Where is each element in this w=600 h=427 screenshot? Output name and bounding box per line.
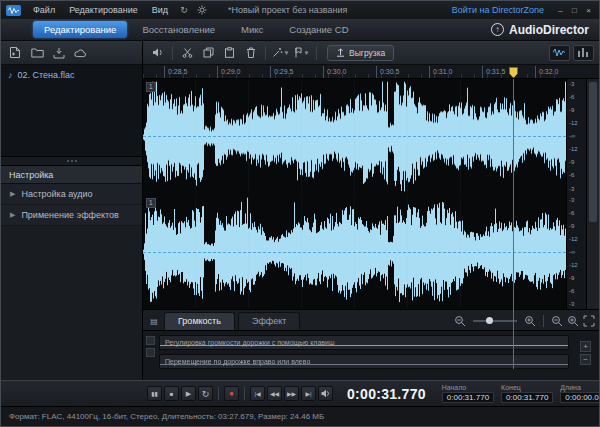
volume-strip[interactable]: Регулировка громкости дорожки с помощью … xyxy=(159,335,569,350)
section-audio-settings[interactable]: ▶ Настройка аудио xyxy=(1,184,142,205)
clip-number-badge: 1 xyxy=(146,82,156,92)
fit-to-window-icon[interactable] xyxy=(583,315,595,327)
section-label: Применение эффектов xyxy=(21,210,118,220)
end-field: Конец 0:00:31.770 xyxy=(501,384,553,403)
tab-mix[interactable]: Микс xyxy=(230,21,274,38)
zoom-controls xyxy=(454,315,595,327)
import-file-icon[interactable] xyxy=(6,44,24,62)
speaker-icon[interactable] xyxy=(318,386,333,401)
import-folder-icon[interactable] xyxy=(28,44,46,62)
start-field: Начало 0:00:31.770 xyxy=(442,384,494,403)
collapsed-arrow-icon: ▶ xyxy=(10,190,15,198)
download-sound-clip-icon[interactable] xyxy=(50,44,68,62)
refresh-icon[interactable]: ↻ xyxy=(177,3,191,17)
selection-fields: Начало 0:00:31.770 Конец 0:00:31.770 Дли… xyxy=(442,384,600,403)
list-item-audio-file[interactable]: ♪ 02. Стена.flac xyxy=(1,68,142,82)
toolbar-divider xyxy=(172,46,173,60)
spectral-view-toggle[interactable] xyxy=(573,45,594,61)
room-tabbar: Редактирование Восстановление Микс Созда… xyxy=(1,19,599,41)
menu-file[interactable]: Файл xyxy=(27,4,61,16)
length-value[interactable]: 0:00:00.000 xyxy=(560,392,600,403)
toolbar-divider xyxy=(265,46,266,60)
upload-button[interactable]: Выгрузка xyxy=(327,45,394,61)
transport-divider xyxy=(244,387,245,400)
time-tick: 0:31.0 xyxy=(429,66,452,78)
time-tick: 0:28.5 xyxy=(164,66,187,78)
section-label: Настройка аудио xyxy=(21,189,92,199)
delete-icon[interactable] xyxy=(241,44,260,62)
panel-menu-icon[interactable]: ▤ xyxy=(147,314,161,328)
vertical-scrollbar[interactable] xyxy=(586,79,599,309)
menu-view[interactable]: Вид xyxy=(146,4,174,16)
settings-gear-icon[interactable] xyxy=(195,3,209,17)
cloud-directorzone-icon[interactable] xyxy=(72,44,90,62)
maximize-button[interactable]: □ xyxy=(568,4,581,16)
go-to-start-button[interactable]: |◀ xyxy=(250,386,265,401)
bottom-panel-tabs: ▤ Громкость Эффект xyxy=(143,310,599,331)
project-title: *Новый проект без названия xyxy=(228,5,347,15)
panel-splitter[interactable] xyxy=(1,157,142,166)
close-button[interactable]: × xyxy=(582,4,595,16)
strip-minus-button[interactable]: − xyxy=(580,354,591,365)
marker-dropdown[interactable]: ▼ xyxy=(292,44,311,62)
waveform-zone: 1 1 -3-6-9-12-∞-12-9-6-3 -3-6-9-12-∞-12-… xyxy=(143,79,599,310)
scrollbar-thumb[interactable] xyxy=(589,82,597,222)
strip-plus-button[interactable]: + xyxy=(580,341,591,352)
go-to-end-button[interactable]: ▶| xyxy=(301,386,316,401)
vertical-zoom-in-icon[interactable] xyxy=(567,315,579,327)
directorzone-signin-link[interactable]: Войти на DirectorZone xyxy=(452,5,544,15)
menu-edit[interactable]: Редактирование xyxy=(63,4,144,16)
monitor-volume-icon[interactable] xyxy=(148,44,167,62)
end-value[interactable]: 0:00:31.770 xyxy=(501,392,553,403)
section-apply-effects[interactable]: ▶ Применение эффектов xyxy=(1,205,142,226)
pan-tool-icon[interactable] xyxy=(146,348,155,357)
loop-button[interactable]: ↻ xyxy=(198,386,213,401)
play-button[interactable]: ▶ xyxy=(181,386,196,401)
volume-keyframe-tool-icon[interactable] xyxy=(146,336,155,345)
zoom-slider-thumb[interactable] xyxy=(486,317,493,324)
start-value[interactable]: 0:00:31.770 xyxy=(442,392,494,403)
left-panel-filler xyxy=(1,226,142,380)
tab-effect[interactable]: Эффект xyxy=(238,312,300,330)
waveform-view-toggle[interactable] xyxy=(549,45,570,61)
paste-icon[interactable] xyxy=(220,44,239,62)
vertical-zoom-out-icon[interactable] xyxy=(551,315,563,327)
stop-button[interactable]: ■ xyxy=(164,386,179,401)
tab-create-cd[interactable]: Создание CD xyxy=(278,21,359,38)
music-note-icon: ♪ xyxy=(8,70,13,80)
zoom-slider[interactable] xyxy=(473,320,517,322)
zoom-in-icon[interactable] xyxy=(524,315,536,327)
brand-icon: ↑ xyxy=(491,23,504,36)
time-tick: 0:31.5 xyxy=(482,66,505,78)
timeline-ruler[interactable]: 0:28.5 0:29.0 0:29.5 0:30.0 0:30.5 0:31.… xyxy=(143,65,599,79)
forward-button[interactable]: ▶▶ xyxy=(284,386,299,401)
magic-wand-dropdown[interactable]: ▼ xyxy=(271,44,290,62)
waveform-display[interactable]: 1 1 xyxy=(143,79,566,309)
copy-icon[interactable] xyxy=(199,44,218,62)
zoom-out-icon[interactable] xyxy=(454,315,466,327)
tab-volume[interactable]: Громкость xyxy=(164,312,235,330)
db-scale: -3-6-9-12-∞-12-9-6-3 -3-6-9-12-∞-12-9-6-… xyxy=(566,79,586,309)
tab-restore[interactable]: Восстановление xyxy=(131,21,226,38)
pan-strip[interactable]: Перемещение по дорожке вправо или влево xyxy=(159,354,569,369)
waveform-channel-left[interactable]: 1 xyxy=(143,80,566,193)
minimize-button[interactable]: – xyxy=(554,4,567,16)
audiodirector-window: Файл Редактирование Вид ↻ *Новый проект … xyxy=(0,0,600,427)
titlebar: Файл Редактирование Вид ↻ *Новый проект … xyxy=(1,1,599,19)
cut-icon[interactable] xyxy=(178,44,197,62)
main-area: ♪ 02. Стена.flac Настройка ▶ Настройка а… xyxy=(1,41,599,380)
volume-strip-label: Регулировка громкости дорожки с помощью … xyxy=(165,339,335,346)
waveform-channel-right[interactable]: 1 xyxy=(143,196,566,309)
brand-name: AudioDirector xyxy=(509,23,589,37)
media-library-list: ♪ 02. Стена.flac xyxy=(1,65,142,157)
rewind-button[interactable]: ◀◀ xyxy=(267,386,282,401)
clip-number-badge: 1 xyxy=(146,198,156,208)
window-controls: – □ × xyxy=(554,4,595,16)
settings-panel-header: Настройка xyxy=(1,166,142,184)
pause-button[interactable]: ▮▮ xyxy=(147,386,162,401)
record-button[interactable]: ● xyxy=(224,386,239,401)
transport-divider xyxy=(218,387,219,400)
tab-edit[interactable]: Редактирование xyxy=(33,21,127,38)
pan-strip-label: Перемещение по дорожке вправо или влево xyxy=(165,358,310,365)
file-name: 02. Стена.flac xyxy=(18,70,75,80)
